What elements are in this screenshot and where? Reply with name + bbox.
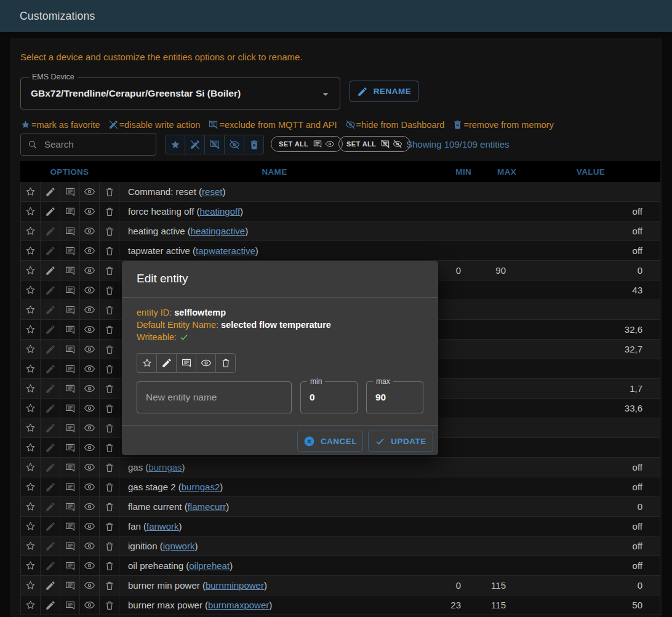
write-toggle-button[interactable] (156, 353, 176, 373)
dashboard-visibility-toggle[interactable] (80, 221, 100, 241)
favorite-toggle[interactable] (21, 556, 41, 575)
remove-memory-toggle[interactable] (100, 438, 119, 457)
remove-memory-toggle[interactable] (100, 202, 119, 221)
remove-memory-toggle[interactable] (100, 340, 119, 359)
write-toggle[interactable] (41, 438, 60, 457)
mqtt-exclude-toggle-button[interactable] (176, 353, 196, 373)
write-toggle[interactable] (41, 182, 60, 201)
favorite-toggle[interactable] (21, 536, 41, 555)
dashboard-visibility-toggle[interactable] (80, 497, 100, 516)
favorite-toggle[interactable] (21, 221, 41, 241)
write-toggle[interactable] (41, 595, 60, 615)
dashboard-visibility-toggle[interactable] (80, 517, 100, 536)
remove-memory-toggle[interactable] (100, 576, 119, 595)
remove-memory-toggle[interactable] (100, 497, 119, 516)
remove-memory-toggle[interactable] (100, 517, 119, 536)
max-field[interactable]: max (366, 381, 423, 413)
entity-id-link[interactable]: burngas2 (182, 482, 220, 492)
entity-id-link[interactable]: burnmaxpower (208, 600, 269, 610)
entity-id-link[interactable]: burngas (148, 462, 182, 472)
dashboard-visibility-toggle[interactable] (80, 576, 100, 595)
remove-memory-toggle[interactable] (100, 536, 119, 555)
favorite-toggle[interactable] (21, 281, 41, 300)
mqtt-exclude-toggle[interactable] (60, 477, 80, 496)
favorite-toggle[interactable] (21, 517, 41, 536)
entity-id-link[interactable]: heatingactive (191, 226, 245, 236)
mqtt-exclude-toggle[interactable] (60, 536, 80, 555)
mqtt-exclude-toggle[interactable] (60, 320, 80, 339)
hidden-filter-button[interactable] (225, 135, 244, 154)
dashboard-visibility-toggle[interactable] (80, 556, 100, 575)
remove-memory-toggle[interactable] (100, 261, 119, 280)
dashboard-visibility-toggle[interactable] (80, 340, 100, 359)
write-toggle[interactable] (41, 477, 60, 496)
cancel-button[interactable]: CANCEL (297, 431, 363, 452)
mqtt-exclude-toggle[interactable] (60, 497, 80, 516)
entity-id-link[interactable]: heatingoff (199, 206, 240, 217)
mqtt-exclude-toggle[interactable] (60, 517, 80, 536)
write-toggle[interactable] (41, 399, 60, 418)
write-toggle[interactable] (41, 261, 60, 280)
remove-memory-toggle[interactable] (100, 595, 119, 615)
favorite-toggle[interactable] (21, 399, 41, 418)
set-all-show-button[interactable]: SET ALL (271, 136, 343, 152)
write-toggle[interactable] (41, 556, 60, 575)
favorite-toggle[interactable] (21, 202, 41, 221)
mqtt-exclude-toggle[interactable] (60, 595, 80, 615)
favorite-toggle[interactable] (21, 261, 41, 280)
dashboard-visibility-toggle[interactable] (80, 399, 100, 418)
write-toggle[interactable] (41, 300, 60, 319)
mqtt-exclude-toggle[interactable] (60, 281, 80, 300)
dashboard-visibility-toggle[interactable] (80, 438, 100, 457)
favorite-toggle[interactable] (21, 359, 41, 378)
dashboard-visibility-toggle[interactable] (80, 202, 100, 221)
dashboard-visibility-toggle[interactable] (80, 595, 100, 615)
dashboard-visibility-toggle[interactable] (80, 477, 100, 496)
set-all-hide-button[interactable]: SET ALL (338, 136, 410, 152)
mqtt-exclude-toggle[interactable] (60, 340, 80, 359)
entity-id-link[interactable]: fanwork (146, 521, 179, 531)
ems-device-select[interactable]: EMS Device GBx72/Trendline/Cerapur/Green… (20, 78, 340, 109)
write-toggle[interactable] (41, 458, 60, 477)
favorite-toggle[interactable] (21, 320, 41, 339)
remove-memory-toggle[interactable] (100, 300, 119, 319)
write-toggle[interactable] (41, 202, 60, 221)
mqtt-excluded-filter-button[interactable] (205, 135, 225, 154)
mqtt-exclude-toggle[interactable] (60, 359, 80, 378)
update-button[interactable]: UPDATE (368, 431, 433, 452)
dashboard-visibility-toggle[interactable] (80, 359, 100, 378)
mqtt-exclude-toggle[interactable] (60, 261, 80, 280)
favorite-toggle[interactable] (21, 300, 41, 319)
remove-memory-toggle[interactable] (100, 418, 119, 437)
max-input[interactable] (367, 382, 423, 413)
dashboard-visibility-toggle[interactable] (80, 418, 100, 437)
mqtt-exclude-toggle[interactable] (60, 221, 80, 241)
min-field[interactable]: min (300, 381, 358, 413)
entity-id-link[interactable]: oilpreheat (189, 560, 230, 571)
remove-memory-toggle[interactable] (100, 221, 119, 241)
dashboard-visibility-toggle[interactable] (80, 182, 100, 201)
dashboard-visibility-toggle[interactable] (80, 241, 100, 260)
remove-memory-toggle[interactable] (100, 556, 119, 575)
mqtt-exclude-toggle[interactable] (60, 182, 80, 201)
remove-memory-toggle[interactable] (100, 399, 119, 418)
rename-button[interactable]: RENAME (350, 81, 418, 102)
mqtt-exclude-toggle[interactable] (60, 241, 80, 260)
entity-id-link[interactable]: burnminpower (206, 580, 264, 591)
write-toggle[interactable] (41, 576, 60, 595)
remove-memory-toggle[interactable] (100, 241, 119, 260)
mqtt-exclude-toggle[interactable] (60, 556, 80, 575)
write-toggle[interactable] (41, 359, 60, 378)
remove-memory-toggle[interactable] (100, 379, 119, 398)
favorite-toggle[interactable] (21, 576, 41, 595)
search-field[interactable] (20, 133, 156, 156)
mqtt-exclude-toggle[interactable] (60, 458, 80, 477)
remove-memory-toggle[interactable] (100, 281, 119, 300)
write-toggle[interactable] (41, 320, 60, 339)
remove-memory-toggle-button[interactable] (215, 353, 236, 373)
write-toggle[interactable] (41, 281, 60, 300)
favorite-toggle[interactable] (21, 497, 41, 516)
search-input[interactable] (43, 138, 144, 150)
entity-id-link[interactable]: reset (202, 186, 222, 197)
mqtt-exclude-toggle[interactable] (60, 576, 80, 595)
